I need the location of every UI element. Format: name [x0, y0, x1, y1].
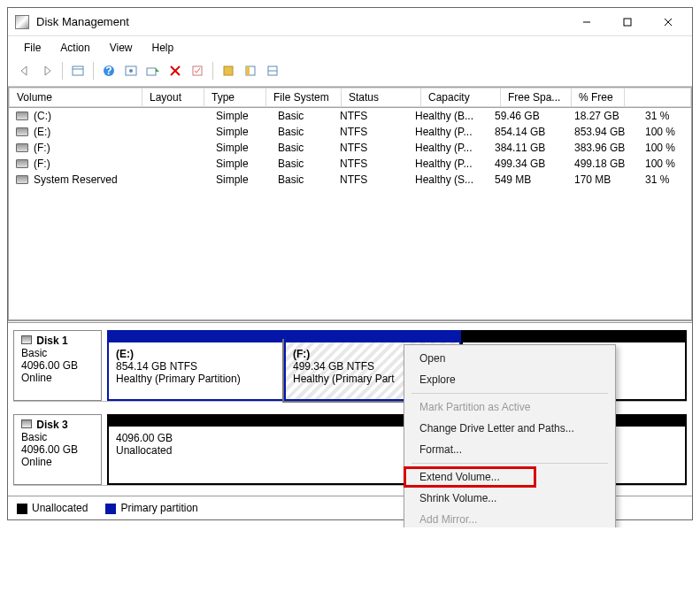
svg-rect-10 [147, 68, 156, 75]
delete-icon[interactable] [165, 61, 185, 81]
unalloc-label: Unallocated [116, 444, 172, 457]
col-volume[interactable]: Volume [10, 88, 142, 107]
volume-name: (F:) [34, 158, 50, 170]
menu-file[interactable]: File [15, 40, 50, 56]
volume-icon [16, 159, 28, 168]
disk3-label[interactable]: Disk 3 Basic 4096.00 GB Online [13, 414, 102, 485]
titlebar: Disk Management [8, 8, 692, 36]
volume-name: (F:) [34, 142, 50, 154]
col-empty [625, 88, 691, 107]
col-type[interactable]: Type [204, 88, 266, 107]
part-e-name: (E:) [116, 348, 134, 360]
menubar: File Action View Help [8, 36, 692, 59]
disk1-title: Disk 1 [36, 335, 67, 347]
ctx-explore[interactable]: Explore [407, 369, 612, 390]
volume-name: (C:) [34, 110, 51, 122]
table-row[interactable]: (F:)SimpleBasicNTFSHealthy (P...499.34 G… [9, 156, 691, 172]
partition-e[interactable]: (E:) 854.14 GB NTFS Healthy (Primary Par… [107, 341, 284, 401]
col-pct[interactable]: % Free [572, 88, 625, 107]
column-headers[interactable]: Volume Layout Type File System Status Ca… [10, 88, 691, 107]
ctx-add-mirror: Add Mirror... [407, 509, 612, 527]
legend-primary: Primary partition [105, 502, 197, 514]
disk1-state: Online [21, 372, 52, 384]
table-row[interactable]: (C:)SimpleBasicNTFSHealthy (B...59.46 GB… [9, 108, 691, 124]
disk1-size: 4096.00 GB [21, 359, 78, 372]
part-f-status: Healthy (Primary Part [293, 373, 395, 385]
svg-point-9 [129, 69, 133, 73]
ctx-format[interactable]: Format... [407, 439, 612, 460]
help-button[interactable]: ? [99, 61, 119, 81]
ctx-change-drive-letter[interactable]: Change Drive Letter and Paths... [407, 418, 612, 439]
part-f-size: 499.34 GB NTFS [293, 360, 374, 373]
detail-view-icon[interactable] [241, 61, 260, 81]
volume-icon [16, 175, 28, 184]
volume-icon [16, 143, 28, 152]
ctx-mark-active: Mark Partition as Active [407, 396, 612, 418]
close-button[interactable] [648, 10, 688, 35]
check-icon[interactable] [188, 61, 207, 81]
col-status[interactable]: Status [342, 88, 421, 107]
toolbar: ? [8, 59, 692, 87]
show-hide-console-tree-button[interactable] [68, 61, 88, 81]
menu-help[interactable]: Help [143, 40, 183, 56]
disk1-label[interactable]: Disk 1 Basic 4096.00 GB Online [13, 330, 102, 401]
minimize-button[interactable] [566, 10, 607, 35]
svg-rect-1 [624, 19, 631, 26]
volume-list[interactable]: Volume Layout Type File System Status Ca… [8, 87, 692, 320]
disk-icon [21, 335, 32, 344]
col-free[interactable]: Free Spa... [501, 88, 572, 107]
volume-name: System Reserved [34, 173, 118, 186]
disk3-state: Online [21, 456, 52, 468]
volume-name: (E:) [34, 126, 50, 138]
volume-icon [16, 112, 28, 120]
window-title: Disk Management [36, 15, 566, 28]
table-row[interactable]: (E:)SimpleBasicNTFSHealthy (P...854.14 G… [9, 124, 691, 140]
part-e-status: Healthy (Primary Partition) [116, 373, 241, 385]
svg-rect-4 [73, 66, 83, 75]
disk-management-window: Disk Management File Action View Help ? … [7, 7, 693, 520]
ctx-shrink-volume[interactable]: Shrink Volume... [407, 488, 612, 509]
ctx-open[interactable]: Open [407, 348, 612, 369]
ctx-extend-volume[interactable]: Extend Volume... [407, 466, 612, 488]
toolbar-separator [93, 62, 94, 80]
col-layout[interactable]: Layout [142, 88, 204, 107]
settings-button[interactable] [121, 61, 141, 81]
disk-icon [21, 419, 32, 428]
menu-action[interactable]: Action [51, 40, 98, 56]
col-fs[interactable]: File System [266, 88, 342, 107]
part-f-name: (F:) [293, 348, 310, 360]
context-menu: Open Explore Mark Partition as Active Ch… [404, 344, 616, 527]
legend-unallocated: Unallocated [17, 502, 88, 514]
svg-text:?: ? [105, 65, 112, 77]
unalloc-size: 4096.00 GB [116, 432, 173, 444]
disk3-size: 4096.00 GB [21, 443, 78, 456]
actions-button[interactable] [143, 61, 163, 81]
col-capacity[interactable]: Capacity [421, 88, 501, 107]
disk1-type: Basic [21, 347, 47, 359]
table-row[interactable]: System ReservedSimpleBasicNTFSHealthy (S… [9, 172, 691, 188]
svg-rect-14 [224, 66, 233, 75]
table-row[interactable]: (F:)SimpleBasicNTFSHealthy (P...384.11 G… [9, 140, 691, 156]
disk3-type: Basic [21, 431, 47, 443]
volume-icon [16, 127, 28, 136]
forward-button[interactable] [37, 61, 57, 81]
toolbar-separator [212, 62, 213, 80]
toolbar-separator [62, 62, 63, 80]
svg-rect-16 [246, 66, 250, 75]
part-e-size: 854.14 GB NTFS [116, 360, 197, 373]
maximize-button[interactable] [607, 10, 648, 35]
disk3-title: Disk 3 [36, 419, 67, 431]
list-view-icon[interactable] [219, 61, 238, 81]
back-button[interactable] [15, 61, 35, 81]
app-icon [15, 15, 29, 29]
graphical-view-icon[interactable] [263, 61, 282, 81]
menu-view[interactable]: View [101, 40, 142, 56]
